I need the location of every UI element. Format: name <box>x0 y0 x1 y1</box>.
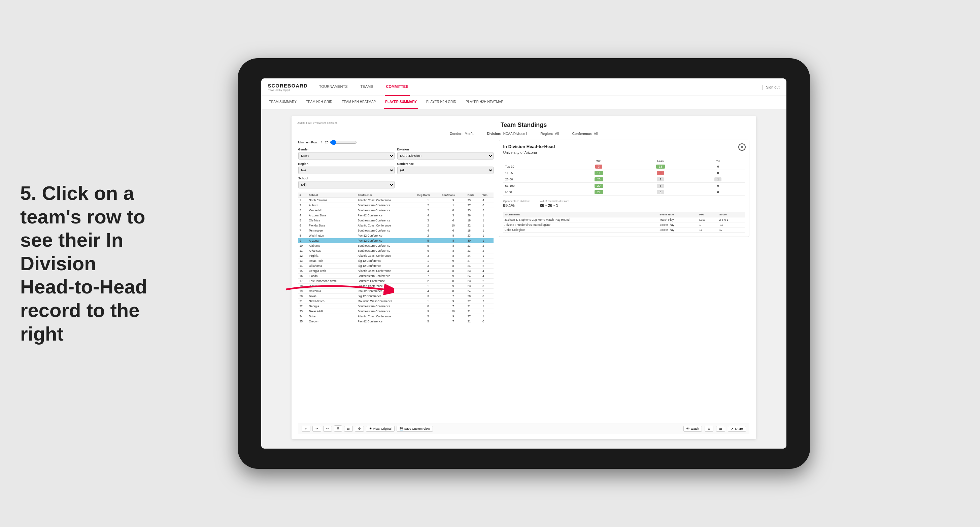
table-row[interactable]: 17 East Tennessee State Southern Confere… <box>298 279 493 284</box>
table-row[interactable]: 25 Oregon Pac-12 Conference 5 7 21 0 <box>298 319 493 324</box>
right-side: ✕ In Division Head-to-Head University of… <box>499 140 749 423</box>
main-content: Update time: 27/03/2024 16:56:26 Team St… <box>261 110 786 449</box>
panel-header: Team Standings <box>298 122 749 129</box>
gender-select[interactable]: Men's Women's <box>298 152 395 160</box>
tablet-screen: SCOREBOARD Powered by clippd TOURNAMENTS… <box>261 78 786 449</box>
tournament-table: Tournament Event Type Pos Score Jackson … <box>503 212 745 233</box>
subnav-player-h2h-grid[interactable]: PLAYER H2H GRID <box>425 95 458 109</box>
annotation-text: 5. Click on a team's row to see their In… <box>20 181 148 345</box>
table-row[interactable]: 22 Georgia Southeastern Conference 8 7 2… <box>298 304 493 309</box>
table-row[interactable]: 13 Texas Tech Big 12 Conference 1 9 27 2 <box>298 259 493 264</box>
table-row[interactable]: 12 Virginia Atlantic Coast Conference 3 … <box>298 253 493 259</box>
paste-button[interactable]: ⊞ <box>344 426 353 432</box>
h2h-title: In Division Head-to-Head <box>503 144 745 149</box>
logo-sub: Powered by clippd <box>268 89 308 92</box>
h2h-row: Top 10 3 13 0 <box>503 163 745 170</box>
subnav-team-summary[interactable]: TEAM SUMMARY <box>268 95 298 109</box>
table-row[interactable]: 15 Georgia Tech Atlantic Coast Conferenc… <box>298 268 493 274</box>
toolbar-left: ↩ ↩ ↪ ⧉ ⊞ ⏱ 👁 View: Original 💾 Save Cust… <box>302 425 433 432</box>
gender-filter-display: Gender: Men's <box>450 132 474 136</box>
content-panel: Update time: 27/03/2024 16:56:26 Team St… <box>291 116 756 439</box>
table-row[interactable]: 10 Alabama Southeastern Conference 5 8 2… <box>298 243 493 248</box>
h2h-row: 51-100 20 3 0 <box>503 183 745 189</box>
region-filter-group: Region N/A All <box>298 162 395 174</box>
nav-teams[interactable]: TEAMS <box>359 78 375 96</box>
copy-button[interactable]: ⧉ <box>334 425 342 432</box>
conference-filter-group: Conference (All) <box>397 162 493 174</box>
tablet-frame: SCOREBOARD Powered by clippd TOURNAMENTS… <box>238 58 810 469</box>
table-row[interactable]: 4 Arizona State Pac-12 Conference 4 3 26… <box>298 213 493 218</box>
redo-button[interactable]: ↪ <box>323 426 332 432</box>
layout-button[interactable]: ▦ <box>716 426 725 432</box>
tournament-row[interactable]: Cabo Collegiate Stroke Play 11 17 <box>503 227 745 233</box>
subnav-player-h2h-heatmap[interactable]: PLAYER H2H HEATMAP <box>464 95 504 109</box>
h2h-breakdown-table: Win Loss Tie Top 10 3 13 0 11-25 11 8 0 … <box>503 159 745 195</box>
gender-label: Gender <box>298 148 395 151</box>
col-school: School <box>307 192 356 198</box>
division-filter-group: Division NCAA Division I NCAA Division I… <box>397 148 493 160</box>
h2h-team: University of Arizona <box>503 151 745 154</box>
table-row[interactable]: 8 Washington Pac-12 Conference 2 8 23 1 <box>298 233 493 238</box>
close-button[interactable]: ✕ <box>738 143 746 151</box>
table-row[interactable]: 14 Oklahoma Big 12 Conference 3 8 24 2 <box>298 264 493 268</box>
table-row[interactable]: 5 Ole Miss Southeastern Conference 3 6 1… <box>298 218 493 223</box>
table-row[interactable]: 1 North Carolina Atlantic Coast Conferen… <box>298 198 493 203</box>
view-original-button[interactable]: 👁 View: Original <box>366 426 395 432</box>
col-conf-rank: Conf Rank <box>440 192 466 198</box>
logo-title: SCOREBOARD <box>268 83 308 89</box>
table-row[interactable]: 23 Texas A&M Southeastern Conference 9 1… <box>298 309 493 314</box>
school-label: School <box>298 177 395 180</box>
opponents-stat: Opponents in division: 99.1% <box>503 200 530 208</box>
sign-out-button[interactable]: Sign out <box>766 85 780 89</box>
watch-button[interactable]: 👁 Watch <box>683 426 702 432</box>
panel-title: Team Standings <box>501 122 547 129</box>
subnav-team-h2h-heatmap[interactable]: TEAM H2H HEATMAP <box>340 95 377 109</box>
subnav-player-summary[interactable]: PLAYER SUMMARY <box>384 95 418 109</box>
table-row[interactable]: 24 Duke Atlantic Coast Conference 5 9 27… <box>298 314 493 319</box>
table-row[interactable]: 11 Arkansas Southeastern Conference 6 8 … <box>298 248 493 253</box>
conference-filter-display: Conference: All <box>572 132 598 136</box>
gender-filter-group: Gender Men's Women's <box>298 148 395 160</box>
tournament-row[interactable]: Arizona Thunderbirds Intercollegiate Str… <box>503 222 745 227</box>
options-button[interactable]: ⚙ <box>705 426 713 432</box>
table-row[interactable]: 21 New Mexico Mountain West Conference 1… <box>298 299 493 304</box>
col-rank: # <box>298 192 308 198</box>
min-rounds-row: Minimum Rou... 4 20 <box>298 140 493 145</box>
col-reg-rank: Reg Rank <box>416 192 440 198</box>
table-row[interactable]: 6 Florida State Atlantic Coast Conferenc… <box>298 223 493 228</box>
col-rnds: Rnds <box>466 192 481 198</box>
school-select[interactable]: (All) <box>298 181 395 189</box>
table-row[interactable]: 7 Tennessee Southeastern Conference 4 6 … <box>298 228 493 233</box>
school-filter-group: School (All) <box>298 177 395 189</box>
region-select[interactable]: N/A All <box>298 167 395 174</box>
undo-button[interactable]: ↩ <box>302 426 310 432</box>
col-win: Win <box>481 192 493 198</box>
table-row[interactable]: 3 Vanderbilt Southeastern Conference 2 8… <box>298 208 493 213</box>
tournament-row[interactable]: Jackson T. Stephens Cup Men's Match-Play… <box>503 217 745 222</box>
division-label: Division <box>397 148 493 151</box>
record-stat: W-L-T record in-division: 86 - 26 - 1 <box>540 200 569 208</box>
division-select[interactable]: NCAA Division I NCAA Division II <box>397 152 493 160</box>
table-row[interactable]: 19 California Pac-12 Conference 4 8 24 2 <box>298 289 493 294</box>
clock-button[interactable]: ⏱ <box>355 426 364 432</box>
standings-table: # School Conference Reg Rank Conf Rank R… <box>298 192 493 324</box>
toolbar-right: 👁 Watch ⚙ ▦ ↗ Share <box>683 426 746 432</box>
col-conference: Conference <box>356 192 416 198</box>
save-custom-button[interactable]: 💾 Save Custom View <box>396 426 433 432</box>
h2h-row: 11-25 11 8 0 <box>503 170 745 176</box>
logo-area: SCOREBOARD Powered by clippd <box>268 83 308 92</box>
table-row[interactable]: 18 Illinois Big Ten Conference 1 9 23 3 <box>298 284 493 289</box>
table-row[interactable]: 16 Florida Southeastern Conference 7 9 2… <box>298 274 493 279</box>
table-row[interactable]: 9 Arizona Pac-12 Conference 5 8 30 1 <box>298 238 493 243</box>
h2h-panel: ✕ In Division Head-to-Head University of… <box>499 140 749 237</box>
share-button[interactable]: ↗ Share <box>728 426 746 432</box>
table-row[interactable]: 2 Auburn Southeastern Conference 2 1 27 … <box>298 203 493 208</box>
min-rounds-slider[interactable] <box>330 140 357 145</box>
undo2-button[interactable]: ↩ <box>312 426 321 432</box>
conference-select[interactable]: (All) <box>397 167 493 174</box>
subnav-team-h2h-grid[interactable]: TEAM H2H GRID <box>305 95 334 109</box>
nav-tournaments[interactable]: TOURNAMENTS <box>318 78 349 96</box>
bottom-toolbar: ↩ ↩ ↪ ⧉ ⊞ ⏱ 👁 View: Original 💾 Save Cust… <box>298 423 749 434</box>
table-row[interactable]: 20 Texas Big 12 Conference 3 7 20 0 <box>298 294 493 299</box>
nav-committee[interactable]: COMMITTEE <box>385 78 410 96</box>
